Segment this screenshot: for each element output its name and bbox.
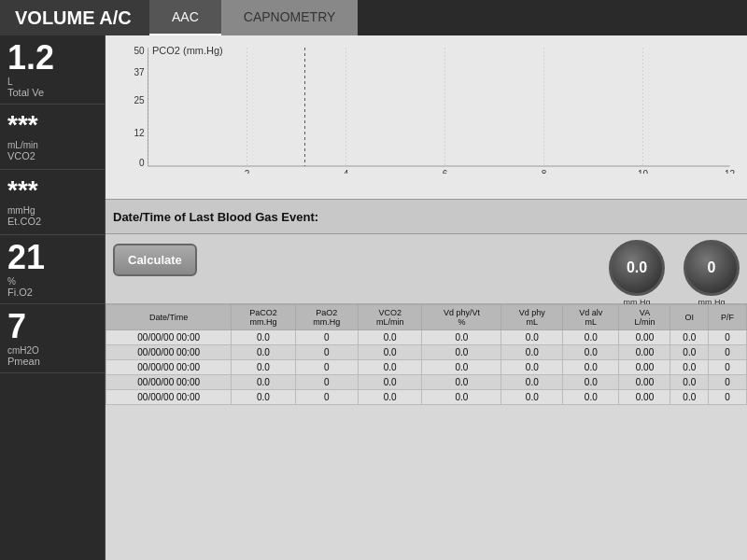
table-cell-2-7: 0.00 [619, 360, 670, 375]
fio2-value: 21 [7, 241, 97, 274]
table-cell-1-3: 0.0 [359, 345, 422, 360]
table-cell-2-9: 0 [709, 360, 747, 375]
table-row: 00/00/00 00:000.000.00.00.00.00.000.00 [106, 345, 747, 360]
table-cell-1-8: 0.0 [670, 345, 709, 360]
calculate-button[interactable]: Calculate [113, 244, 197, 276]
vco2-unit: mL/min [7, 140, 97, 150]
col-va: VAL/min [619, 305, 670, 330]
table-cell-1-1: 0.0 [232, 345, 295, 360]
table-cell-3-9: 0 [709, 375, 747, 390]
table-cell-3-0: 00/00/00 00:00 [106, 375, 232, 390]
table-cell-2-0: 00/00/00 00:00 [106, 360, 232, 375]
total-ve-unit: L [7, 77, 97, 87]
table-cell-0-4: 0.0 [422, 330, 501, 345]
table-row: 00/00/00 00:000.000.00.00.00.00.000.00 [106, 390, 747, 405]
table-cell-0-5: 0.0 [501, 330, 563, 345]
etco2-value: *** [7, 177, 97, 203]
metric-vco2: *** mL/min VCO2 [0, 105, 105, 170]
table-cell-1-2: 0 [295, 345, 358, 360]
table-cell-2-2: 0 [295, 360, 358, 375]
col-vco2: VCO2mL/min [359, 305, 422, 330]
vco2-value: *** [7, 112, 97, 138]
pco2-chart: 50 37 25 12 0 2 4 6 8 [113, 43, 740, 174]
svg-text:10: 10 [638, 169, 649, 174]
table-cell-3-5: 0.0 [501, 375, 563, 390]
table-cell-2-1: 0.0 [232, 360, 295, 375]
table-cell-3-3: 0.0 [359, 375, 422, 390]
table-cell-3-2: 0 [295, 375, 358, 390]
table-cell-2-4: 0.0 [422, 360, 501, 375]
svg-text:25: 25 [134, 95, 145, 105]
table-cell-1-9: 0 [709, 345, 747, 360]
metric-pmean: 7 cmH2O Pmean [0, 304, 105, 373]
col-pao2: PaO2mm.Hg [295, 305, 358, 330]
table-cell-1-7: 0.00 [619, 345, 670, 360]
col-pf: P/F [709, 305, 747, 330]
blood-gas-header: Date/Time of Last Blood Gas Event: [106, 199, 747, 234]
tab-aac[interactable]: AAC [149, 0, 221, 35]
table-cell-1-5: 0.0 [501, 345, 563, 360]
col-datetime: Date/Time [106, 305, 232, 330]
tab-capnometry[interactable]: CAPNOMETRY [221, 0, 359, 35]
pao2-value-dial: 0 [684, 240, 740, 296]
table-cell-3-8: 0.0 [670, 375, 709, 390]
table-cell-4-1: 0.0 [232, 390, 295, 405]
app-title: VOLUME A/C [0, 0, 149, 35]
svg-text:0: 0 [139, 158, 145, 168]
svg-text:12: 12 [725, 169, 736, 174]
col-oi: OI [670, 305, 709, 330]
table-cell-0-1: 0.0 [232, 330, 295, 345]
table-cell-0-2: 0 [295, 330, 358, 345]
table-cell-0-3: 0.0 [359, 330, 422, 345]
table-cell-4-6: 0.0 [563, 390, 619, 405]
pmean-unit: cmH2O [7, 345, 97, 356]
svg-text:8: 8 [542, 169, 547, 174]
svg-text:37: 37 [134, 67, 145, 77]
table-cell-2-5: 0.0 [501, 360, 563, 375]
right-content: PCO2 (mm.Hg) 50 37 25 12 0 2 [106, 35, 747, 560]
total-ve-value: 1.2 [7, 41, 97, 75]
chart-area: PCO2 (mm.Hg) 50 37 25 12 0 2 [106, 35, 747, 199]
col-vdphyvt: Vd phy/Vt% [422, 305, 501, 330]
table-cell-1-6: 0.0 [563, 345, 619, 360]
table-cell-4-0: 00/00/00 00:00 [106, 390, 232, 405]
table-cell-3-6: 0.0 [563, 375, 619, 390]
etco2-label: Et.CO2 [7, 216, 97, 227]
paco2-value-dial: 0.0 [609, 240, 665, 296]
blood-gas-title: Date/Time of Last Blood Gas Event: [113, 210, 740, 224]
table-cell-0-7: 0.00 [619, 330, 670, 345]
pmean-value: 7 [7, 310, 97, 343]
chart-title: PCO2 (mm.Hg) [152, 45, 223, 56]
blood-gas-table-area: Date/Time PaCO2mm.Hg PaO2mm.Hg VCO2mL/mi… [106, 304, 747, 560]
table-cell-0-0: 00/00/00 00:00 [106, 330, 232, 345]
svg-text:50: 50 [134, 46, 145, 56]
etco2-unit: mmHg [7, 205, 97, 216]
table-cell-4-4: 0.0 [422, 390, 501, 405]
table-cell-2-3: 0.0 [359, 360, 422, 375]
table-cell-0-6: 0.0 [563, 330, 619, 345]
svg-text:4: 4 [344, 169, 349, 174]
blood-gas-table: Date/Time PaCO2mm.Hg PaO2mm.Hg VCO2mL/mi… [106, 304, 747, 405]
header: VOLUME A/C AAC CAPNOMETRY [0, 0, 747, 35]
table-cell-4-3: 0.0 [359, 390, 422, 405]
col-paco2: PaCO2mm.Hg [232, 305, 295, 330]
table-cell-4-5: 0.0 [501, 390, 563, 405]
metric-total-ve: 1.2 L Total Ve [0, 35, 105, 105]
table-cell-0-8: 0.0 [670, 330, 709, 345]
table-cell-4-9: 0 [709, 390, 747, 405]
blood-gas-display: Calculate 0.0 mm.Hg Pa.CO2 0 mm.Hg Pa.O2 [106, 234, 747, 304]
col-vdalv: Vd alvmL [563, 305, 619, 330]
left-sidebar: 1.2 L Total Ve *** mL/min VCO2 *** mmHg … [0, 35, 106, 560]
table-cell-1-0: 00/00/00 00:00 [106, 345, 232, 360]
metric-fio2: 21 % Fi.O2 [0, 235, 105, 304]
table-cell-2-6: 0.0 [563, 360, 619, 375]
table-cell-3-7: 0.00 [619, 375, 670, 390]
table-cell-0-9: 0 [709, 330, 747, 345]
table-cell-3-1: 0.0 [232, 375, 295, 390]
table-cell-4-7: 0.00 [619, 390, 670, 405]
table-cell-3-4: 0.0 [422, 375, 501, 390]
main-content: 1.2 L Total Ve *** mL/min VCO2 *** mmHg … [0, 35, 747, 560]
col-vdphy: Vd phymL [501, 305, 563, 330]
table-cell-4-2: 0 [295, 390, 358, 405]
pmean-label: Pmean [7, 356, 97, 367]
